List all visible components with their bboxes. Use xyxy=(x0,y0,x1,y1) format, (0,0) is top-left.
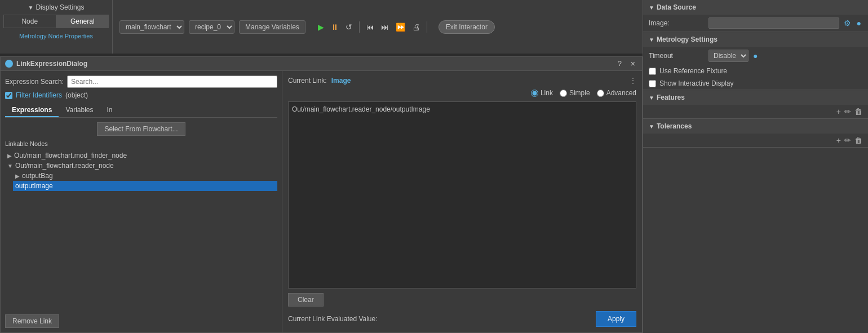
search-input[interactable] xyxy=(67,76,277,88)
image-browse-icon[interactable]: ⚙ xyxy=(843,19,852,28)
ds-tabs: Node General xyxy=(3,15,109,28)
radio-link[interactable]: Link xyxy=(531,89,553,97)
expression-text: Out/main_flowchart.reader_node/outputIma… xyxy=(292,105,430,113)
metrology-settings-title[interactable]: ▼ Metrology Settings xyxy=(643,32,868,47)
chevron-right-icon2: ▶ xyxy=(15,173,20,179)
apply-button[interactable]: Apply xyxy=(596,311,636,327)
tree-item-reader-node[interactable]: ▼ Out/main_flowchart.reader_node xyxy=(5,161,277,171)
ds-tab-general[interactable]: General xyxy=(56,15,109,28)
features-edit-button[interactable]: ✏ xyxy=(844,107,851,116)
tree-item-label: Out/main_flowchart.mod_finder_node xyxy=(14,152,127,159)
expression-tabs: Expressions Variables In xyxy=(5,104,277,118)
pause-button[interactable]: ⏸ xyxy=(329,21,341,33)
step-forward-button[interactable]: ⏩ xyxy=(393,21,408,33)
tree-item-output-bag[interactable]: ▶ outputBag xyxy=(13,171,277,181)
features-section: ▼ Features + ✏ 🗑 xyxy=(643,90,868,119)
action-row: Clear xyxy=(288,293,636,307)
tolerances-title[interactable]: ▼ Tolerances xyxy=(643,119,868,134)
select-from-flowchart-button[interactable]: Select From Flowchart... xyxy=(97,122,185,136)
clear-button[interactable]: Clear xyxy=(288,293,324,307)
features-add-button[interactable]: + xyxy=(836,107,841,116)
current-link-menu-icon[interactable]: ⋮ xyxy=(630,77,636,85)
filter-checkbox[interactable] xyxy=(5,92,12,99)
tree-item-label: outputImage xyxy=(15,182,53,190)
metrology-node-properties-link[interactable]: Metrology Node Properties xyxy=(19,33,93,39)
tab-expressions[interactable]: Expressions xyxy=(5,104,59,117)
tolerances-add-button[interactable]: + xyxy=(836,136,841,145)
tree-area: ▶ Out/main_flowchart.mod_finder_node ▼ O… xyxy=(5,150,277,310)
eval-row: Current Link Evaluated Value: Apply xyxy=(288,311,636,327)
image-label: Image: xyxy=(649,19,705,27)
play-button[interactable]: ▶ xyxy=(316,21,326,33)
bottom-btn-row: Remove Link xyxy=(5,314,277,328)
current-link-value: Image xyxy=(331,77,351,85)
tree-item-mod-finder[interactable]: ▶ Out/main_flowchart.mod_finder_node xyxy=(5,150,277,161)
manage-variables-button[interactable]: Manage Variables xyxy=(239,20,305,34)
timeout-icon[interactable]: ● xyxy=(752,51,759,60)
recipe-select[interactable]: recipe_0 xyxy=(189,20,234,34)
show-interactive-display-label: Show Interactive Display xyxy=(659,79,733,87)
display-settings-panel: ▼ Display Settings Node General Metrolog… xyxy=(0,0,113,54)
radio-advanced-label: Advanced xyxy=(606,89,636,97)
tolerances-edit-button[interactable]: ✏ xyxy=(844,136,851,145)
image-link-icon[interactable]: ● xyxy=(856,19,862,28)
dialog-overlay: LinkExpressionDialog ? × Expression Sear… xyxy=(0,54,643,333)
metrology-settings-section: ▼ Metrology Settings Timeout Disable ● U… xyxy=(643,32,868,90)
filter-row: Filter Identifiers (object) xyxy=(5,91,277,99)
chevron-right-icon: ▶ xyxy=(7,153,12,159)
ms-collapse-icon: ▼ xyxy=(649,37,654,43)
features-title[interactable]: ▼ Features xyxy=(643,90,868,105)
data-source-section: ▼ Data Source Image: ⚙ ● xyxy=(643,0,868,32)
refresh-button[interactable]: ↺ xyxy=(343,21,355,33)
dialog-title: LinkExpressionDialog xyxy=(16,60,611,68)
toolbar-center: main_flowchart recipe_0 Manage Variables… xyxy=(113,0,643,54)
print-button[interactable]: 🖨 xyxy=(410,21,422,33)
tree-item-label: outputBag xyxy=(22,172,53,180)
step-start-button[interactable]: ⏮ xyxy=(364,21,377,33)
separator xyxy=(359,21,360,33)
timeout-select[interactable]: Disable xyxy=(708,50,749,62)
filter-identifiers-label: Filter Identifiers xyxy=(16,91,62,99)
show-interactive-display-row: Show Interactive Display xyxy=(643,77,868,90)
current-link-row: Current Link: Image ⋮ xyxy=(288,77,636,85)
features-toolbar: + ✏ 🗑 xyxy=(643,105,868,118)
radio-link-label: Link xyxy=(541,89,553,97)
image-row: Image: ⚙ ● xyxy=(643,15,868,32)
step-end-button[interactable]: ⏭ xyxy=(379,21,391,33)
radio-simple[interactable]: Simple xyxy=(560,89,590,97)
link-expression-dialog: LinkExpressionDialog ? × Expression Sear… xyxy=(0,56,643,333)
tree-item-output-image[interactable]: outputImage xyxy=(13,181,277,191)
search-row: Expression Search: xyxy=(5,76,277,88)
separator2 xyxy=(427,21,427,33)
tab-in[interactable]: In xyxy=(100,104,119,117)
exit-interactor-button[interactable]: Exit Interactor xyxy=(439,20,495,34)
use-reference-fixture-row: Use Reference Fixture xyxy=(643,65,868,77)
display-settings-title: ▼ Display Settings xyxy=(28,3,85,11)
expression-display: Out/main_flowchart.reader_node/outputIma… xyxy=(288,101,636,288)
tree-item-label: Out/main_flowchart.reader_node xyxy=(15,162,114,170)
use-reference-fixture-checkbox[interactable] xyxy=(649,68,656,75)
features-delete-button[interactable]: 🗑 xyxy=(854,107,862,116)
eval-label: Current Link Evaluated Value: xyxy=(288,315,591,323)
dialog-icon xyxy=(5,60,13,68)
radio-row: Link Simple Advanced xyxy=(288,89,636,97)
ds-tab-node[interactable]: Node xyxy=(3,15,56,28)
flowchart-select[interactable]: main_flowchart xyxy=(119,20,184,34)
dialog-close-button[interactable]: × xyxy=(628,59,637,68)
dialog-title-bar: LinkExpressionDialog ? × xyxy=(1,57,642,71)
remove-link-button[interactable]: Remove Link xyxy=(5,314,59,328)
radio-advanced[interactable]: Advanced xyxy=(597,89,636,97)
right-panel: Current Link: Image ⋮ Link Simple xyxy=(282,71,642,332)
dialog-help-button[interactable]: ? xyxy=(614,60,625,68)
use-reference-fixture-label: Use Reference Fixture xyxy=(659,67,727,75)
tab-variables[interactable]: Variables xyxy=(59,104,100,117)
tolerances-delete-button[interactable]: 🗑 xyxy=(854,136,862,145)
right-sidebar: ▼ Data Source Image: ⚙ ● ▼ Metrology Set… xyxy=(643,0,868,333)
timeout-label: Timeout xyxy=(649,52,705,60)
image-input[interactable] xyxy=(708,17,839,29)
left-panel: Expression Search: Filter Identifiers (o… xyxy=(1,71,282,332)
dialog-body: Expression Search: Filter Identifiers (o… xyxy=(1,71,642,332)
data-source-title[interactable]: ▼ Data Source xyxy=(643,0,868,15)
ds-collapse-icon: ▼ xyxy=(649,5,654,11)
show-interactive-display-checkbox[interactable] xyxy=(649,80,656,87)
